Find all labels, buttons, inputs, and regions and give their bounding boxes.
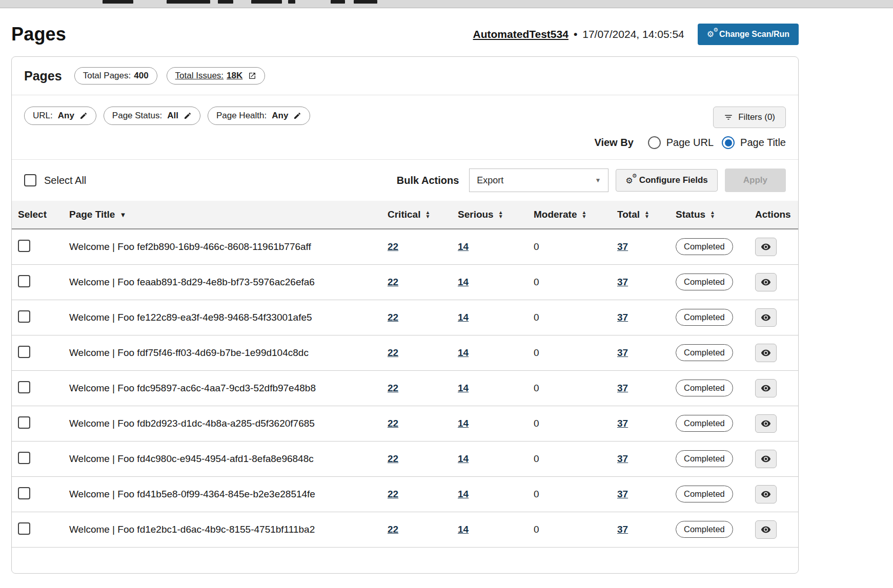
total-issues-label: Total Issues: bbox=[175, 71, 224, 81]
scan-name-link[interactable]: AutomatedTest534 bbox=[473, 28, 569, 40]
url-filter-chip[interactable]: URL: Any bbox=[24, 107, 96, 125]
view-by-row: View By Page URL Page Title bbox=[12, 128, 798, 159]
total-count-link[interactable]: 37 bbox=[617, 312, 628, 323]
total-cell: 37 bbox=[611, 406, 669, 441]
row-checkbox[interactable] bbox=[18, 240, 30, 252]
configure-fields-label: Configure Fields bbox=[639, 175, 708, 185]
status-badge: Completed bbox=[676, 521, 733, 538]
view-page-button[interactable] bbox=[755, 485, 777, 503]
column-label-select: Select bbox=[18, 209, 47, 220]
serious-count-link[interactable]: 14 bbox=[458, 383, 469, 393]
external-link-icon bbox=[248, 72, 256, 80]
total-cell: 37 bbox=[611, 512, 669, 547]
row-checkbox[interactable] bbox=[18, 452, 30, 464]
critical-count-link[interactable]: 22 bbox=[388, 241, 398, 252]
column-header-total[interactable]: Total ▲▼ bbox=[611, 201, 669, 229]
serious-count-link[interactable]: 14 bbox=[458, 453, 469, 464]
eye-icon bbox=[761, 524, 771, 535]
page-title-cell: Welcome | Foo fd4c980c-e945-4954-afd1-8e… bbox=[63, 441, 381, 476]
row-checkbox[interactable] bbox=[18, 522, 30, 535]
radio-page-url[interactable] bbox=[648, 136, 661, 149]
radio-page-title[interactable] bbox=[722, 136, 735, 149]
serious-cell: 14 bbox=[452, 441, 527, 476]
critical-count-link[interactable]: 22 bbox=[388, 312, 398, 323]
critical-count-link[interactable]: 22 bbox=[388, 489, 398, 499]
total-count-link[interactable]: 37 bbox=[617, 347, 628, 358]
actions-cell bbox=[749, 370, 798, 406]
row-checkbox[interactable] bbox=[18, 416, 30, 429]
serious-count-link[interactable]: 14 bbox=[458, 312, 469, 323]
pencil-icon bbox=[293, 112, 301, 120]
serious-count-link[interactable]: 14 bbox=[458, 347, 469, 358]
view-by-page-url-option[interactable]: Page URL bbox=[648, 136, 714, 149]
total-count-link[interactable]: 37 bbox=[617, 383, 628, 393]
serious-count-link[interactable]: 14 bbox=[458, 489, 469, 499]
panel-title: Pages bbox=[24, 69, 62, 83]
page-status-filter-chip[interactable]: Page Status: All bbox=[104, 107, 200, 125]
row-checkbox[interactable] bbox=[18, 310, 30, 323]
total-count-link[interactable]: 37 bbox=[617, 453, 628, 464]
dot-separator: • bbox=[574, 28, 577, 40]
table-row: Welcome | Foo fd1e2bc1-d6ac-4b9c-8155-47… bbox=[12, 512, 798, 547]
column-header-critical[interactable]: Critical ▲▼ bbox=[381, 201, 452, 229]
select-all-checkbox[interactable] bbox=[24, 174, 36, 186]
view-page-button[interactable] bbox=[755, 520, 777, 539]
critical-count-link[interactable]: 22 bbox=[388, 347, 398, 358]
view-page-button[interactable] bbox=[755, 450, 777, 468]
view-by-page-title-option[interactable]: Page Title bbox=[722, 136, 786, 149]
column-header-status[interactable]: Status ▲▼ bbox=[669, 201, 749, 229]
filters-button[interactable]: Filters (0) bbox=[713, 107, 786, 128]
moderate-count: 0 bbox=[534, 277, 539, 287]
serious-count-link[interactable]: 14 bbox=[458, 418, 469, 429]
column-header-serious[interactable]: Serious ▲▼ bbox=[452, 201, 527, 229]
total-count-link[interactable]: 37 bbox=[617, 277, 628, 287]
row-checkbox[interactable] bbox=[18, 487, 30, 499]
bulk-actions-select[interactable]: Export ▼ bbox=[469, 169, 608, 192]
apply-button[interactable]: Apply bbox=[725, 169, 786, 192]
page-health-filter-chip[interactable]: Page Health: Any bbox=[208, 107, 310, 125]
row-checkbox[interactable] bbox=[18, 346, 30, 358]
view-page-button[interactable] bbox=[755, 379, 777, 397]
serious-count-link[interactable]: 14 bbox=[458, 277, 469, 287]
gears-icon: ⚙⚙ bbox=[707, 30, 714, 38]
critical-count-link[interactable]: 22 bbox=[388, 453, 398, 464]
select-cell bbox=[12, 406, 63, 441]
view-page-button[interactable] bbox=[755, 273, 777, 291]
total-count-link[interactable]: 37 bbox=[617, 418, 628, 429]
page-title-text: Welcome | Foo fdf75f46-ff03-4d69-b7be-1e… bbox=[69, 347, 309, 358]
select-cell bbox=[12, 512, 63, 547]
column-header-moderate[interactable]: Moderate ▲▼ bbox=[527, 201, 611, 229]
critical-count-link[interactable]: 22 bbox=[388, 383, 398, 393]
select-all[interactable]: Select All bbox=[24, 174, 86, 186]
page-title-cell: Welcome | Foo fdc95897-ac6c-4aa7-9cd3-52… bbox=[63, 370, 381, 406]
status-cell: Completed bbox=[669, 512, 749, 547]
table-body: Welcome | Foo fef2b890-16b9-466c-8608-11… bbox=[12, 229, 798, 547]
sort-icon: ▲▼ bbox=[710, 211, 715, 219]
total-issues-badge[interactable]: Total Issues: 18K bbox=[167, 67, 266, 85]
moderate-cell: 0 bbox=[527, 300, 611, 335]
view-page-button[interactable] bbox=[755, 414, 777, 433]
critical-count-link[interactable]: 22 bbox=[388, 418, 398, 429]
moderate-cell: 0 bbox=[527, 370, 611, 406]
view-page-button[interactable] bbox=[755, 344, 777, 362]
total-count-link[interactable]: 37 bbox=[617, 241, 628, 252]
table-row: Welcome | Foo fdc95897-ac6c-4aa7-9cd3-52… bbox=[12, 370, 798, 406]
view-page-button[interactable] bbox=[755, 308, 777, 327]
column-header-select: Select bbox=[12, 201, 63, 229]
row-checkbox[interactable] bbox=[18, 381, 30, 393]
row-checkbox[interactable] bbox=[18, 275, 30, 287]
column-header-page-title[interactable]: Page Title ▼ bbox=[63, 201, 381, 229]
select-cell bbox=[12, 300, 63, 335]
eye-icon bbox=[761, 489, 771, 499]
serious-count-link[interactable]: 14 bbox=[458, 241, 469, 252]
nav-fragment bbox=[288, 0, 295, 4]
configure-fields-button[interactable]: ⚙⚙ Configure Fields bbox=[616, 169, 717, 192]
serious-count-link[interactable]: 14 bbox=[458, 524, 469, 535]
critical-count-link[interactable]: 22 bbox=[388, 524, 398, 535]
critical-count-link[interactable]: 22 bbox=[388, 277, 398, 287]
change-scan-run-button[interactable]: ⚙⚙ Change Scan/Run bbox=[698, 24, 799, 45]
total-count-link[interactable]: 37 bbox=[617, 489, 628, 499]
total-count-link[interactable]: 37 bbox=[617, 524, 628, 535]
select-cell bbox=[12, 264, 63, 300]
view-page-button[interactable] bbox=[755, 238, 777, 256]
